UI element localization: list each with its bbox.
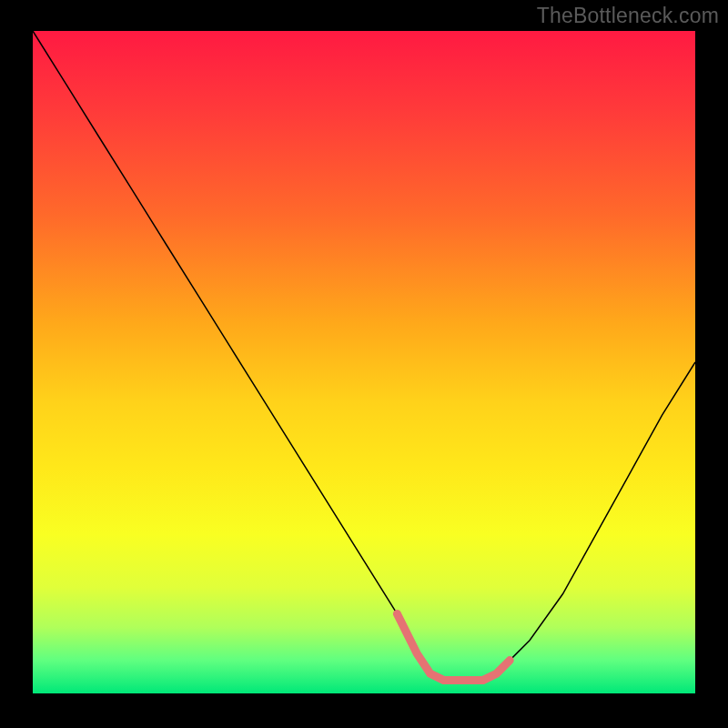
chart-frame: TheBottleneck.com [0,0,728,728]
highlight-segment [397,614,510,681]
watermark-text: TheBottleneck.com [537,4,719,28]
chart-svg [33,31,695,693]
bottleneck-curve [33,31,695,680]
